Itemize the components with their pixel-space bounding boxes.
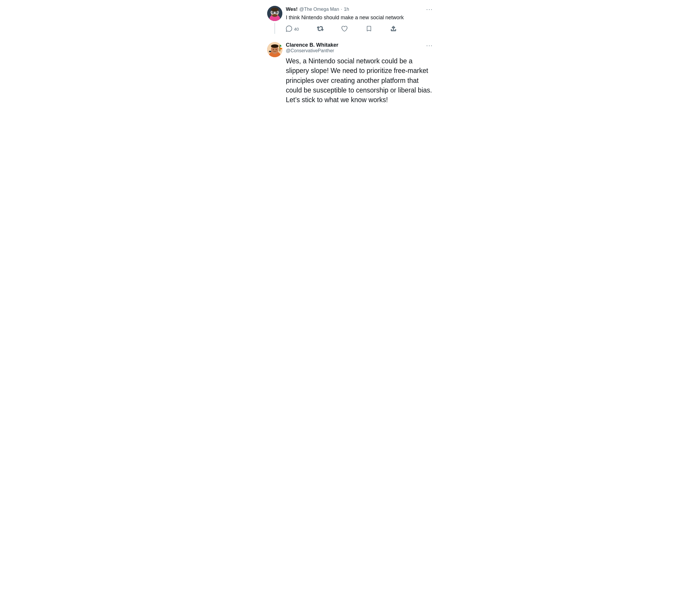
reply-tweet-text: Wes, a Nintendo social network could be … xyxy=(286,56,433,105)
tweet-thread: Wes! @The Omega Man · 1h ··· I think Nin… xyxy=(267,6,433,105)
svg-point-16 xyxy=(276,49,277,50)
wes-avatar[interactable] xyxy=(267,6,282,21)
svg-rect-18 xyxy=(280,45,282,46)
svg-rect-20 xyxy=(280,48,282,49)
bookmark-button[interactable] xyxy=(366,25,372,33)
retweet-button[interactable] xyxy=(317,25,324,33)
original-tweet-text: I think Nintendo should make a new socia… xyxy=(286,14,433,21)
reply-icon xyxy=(286,25,292,33)
svg-point-14 xyxy=(271,44,279,48)
tweet-timestamp: 1h xyxy=(344,7,349,12)
reply-button[interactable]: 40 xyxy=(286,25,299,33)
svg-rect-5 xyxy=(275,12,278,14)
wes-username: @The Omega Man xyxy=(299,7,339,12)
svg-rect-21 xyxy=(269,51,271,52)
svg-point-9 xyxy=(272,14,277,17)
clarence-display-name: Clarence B. Whitaker xyxy=(286,42,426,48)
reply-count: 40 xyxy=(294,26,299,32)
reply-avatar-col xyxy=(267,42,282,105)
reply-tweet-content: Clarence B. Whitaker @ConservativePanthe… xyxy=(286,42,433,105)
retweet-icon xyxy=(317,25,324,33)
reply-tweet-header: Clarence B. Whitaker @ConservativePanthe… xyxy=(286,42,433,54)
share-icon xyxy=(390,25,397,33)
like-icon xyxy=(341,25,348,33)
wes-display-name: Wes! xyxy=(286,6,298,12)
svg-rect-4 xyxy=(272,12,274,14)
svg-rect-17 xyxy=(279,45,280,51)
share-button[interactable] xyxy=(390,25,397,33)
clarence-username: @ConservativePanther xyxy=(286,48,426,54)
original-tweet-more-button[interactable]: ··· xyxy=(426,6,433,13)
svg-point-15 xyxy=(273,49,274,50)
original-tweet-avatar-col xyxy=(267,6,282,34)
reply-tweet: Clarence B. Whitaker @ConservativePanthe… xyxy=(267,41,433,105)
original-tweet-content: Wes! @The Omega Man · 1h ··· I think Nin… xyxy=(286,6,433,34)
svg-rect-6 xyxy=(270,12,271,13)
original-tweet: Wes! @The Omega Man · 1h ··· I think Nin… xyxy=(267,6,433,36)
reply-name-block: Clarence B. Whitaker @ConservativePanthe… xyxy=(286,42,426,54)
reply-tweet-more-button[interactable]: ··· xyxy=(426,42,433,49)
tweet-actions: 40 xyxy=(286,25,397,34)
bookmark-icon xyxy=(366,25,372,33)
clarence-avatar[interactable] xyxy=(267,42,282,57)
svg-rect-19 xyxy=(280,46,282,48)
dot-separator: · xyxy=(341,7,342,12)
original-tweet-header: Wes! @The Omega Man · 1h ··· xyxy=(286,6,433,13)
svg-rect-7 xyxy=(278,12,279,13)
like-button[interactable] xyxy=(341,25,348,33)
svg-point-8 xyxy=(271,7,279,12)
thread-line xyxy=(275,23,275,34)
